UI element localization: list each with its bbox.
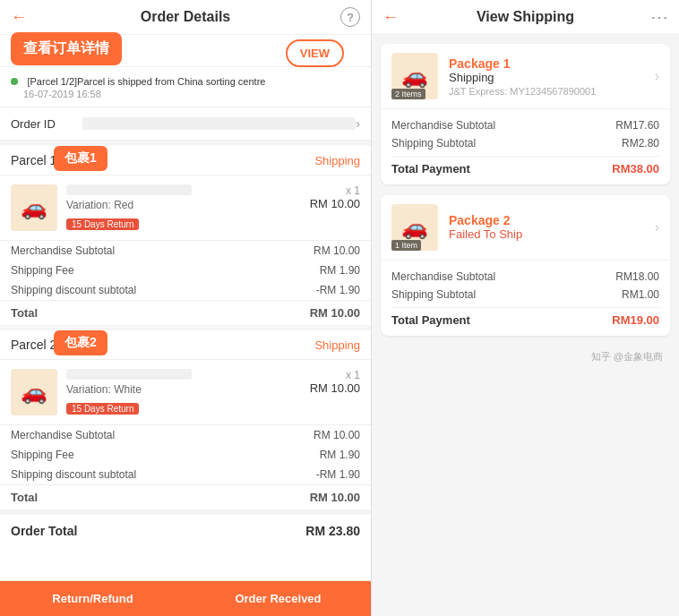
parcel-2-item-qty: x 1 — [346, 369, 360, 381]
order-id-label: Order ID — [11, 117, 82, 131]
package-1-merch-subtotal: Merchandise Subtotal RM17.60 — [391, 116, 659, 134]
parcel-1-shipping-discount-label: Shipping discount subtotal — [11, 284, 136, 296]
left-panel: ← Order Details ? 查看订单详情 VIEW → 🚚 Shippi… — [0, 0, 372, 616]
package-2-shipping-subtotal-value: RM1.00 — [622, 288, 659, 301]
parcel-2-shipping-fee-row: Shipping Fee RM 1.90 — [0, 445, 371, 465]
parcel-2-shipping-fee-label: Shipping Fee — [11, 449, 74, 461]
parcel-1-header: Parcel 1 包裹1 Shipping — [0, 141, 371, 175]
parcel-1-merch-subtotal-row: Merchandise Subtotal RM 10.00 — [0, 241, 371, 261]
parcel-2-item-variation: Variation: White — [66, 383, 310, 396]
package-1-name: Package 1 — [449, 56, 655, 71]
parcel-1-item-image: 🚗 — [11, 184, 57, 231]
package-2-header[interactable]: 🚗 1 Item Package 2 Failed To Ship › — [381, 195, 670, 261]
package-1-tracking: J&T Express: MY1234567890001 — [449, 86, 655, 97]
parcel-1-item-name — [66, 184, 192, 195]
arrow-icon: → — [367, 47, 372, 70]
order-total-row: Order Total RM 23.80 — [0, 509, 371, 547]
parcel-2-header: Parcel 2 包裹2 Shipping — [0, 325, 371, 360]
parcel-1-merch-subtotal-value: RM 10.00 — [314, 244, 360, 257]
parcel-2-shipping-discount-value: -RM 1.90 — [316, 468, 360, 481]
parcel-1-return-tag: 15 Days Return — [66, 218, 139, 230]
parcel-1-shipping-fee-value: RM 1.90 — [320, 264, 360, 277]
parcel-2-status: Shipping — [314, 338, 360, 352]
package-2-shipping-subtotal: Shipping Subtotal RM1.00 — [391, 286, 659, 304]
parcel-2-total-row: Total RM 10.00 — [0, 484, 371, 509]
view-shipping-button[interactable]: VIEW — [286, 39, 344, 67]
right-header-title: View Shipping — [477, 9, 574, 25]
package-2-total: Total Payment RM19.00 — [391, 307, 659, 329]
return-refund-button[interactable]: Return/Refund — [0, 581, 185, 616]
left-help-button[interactable]: ? — [340, 7, 360, 27]
right-back-button[interactable]: ← — [382, 8, 399, 27]
right-scroll-area[interactable]: 🚗 2 Items Package 1 Shipping J&T Express… — [372, 35, 679, 616]
order-id-value — [82, 117, 356, 130]
package-1-shipping-subtotal: Shipping Subtotal RM2.80 — [391, 134, 659, 152]
package-1-status: Shipping — [449, 71, 655, 84]
order-total-value: RM 23.80 — [305, 524, 360, 538]
parcel-1-section: Parcel 1 包裹1 Shipping 🚗 Variation: Red 1… — [0, 141, 371, 325]
package-2-name: Package 2 — [449, 213, 655, 227]
parcel-2-item-right: x 1 RM 10.00 — [310, 369, 360, 395]
tracking-info: [Parcel 1/2]Parcel is shipped from China… — [0, 67, 371, 107]
parcel-1-label: Parcel 1 — [11, 153, 56, 167]
package-1-total: Total Payment RM38.00 — [391, 156, 659, 177]
parcel-1-shipping-fee-label: Shipping Fee — [11, 264, 74, 277]
parcel-2-merch-subtotal-value: RM 10.00 — [314, 429, 360, 441]
parcel-2-shipping-fee-value: RM 1.90 — [320, 449, 360, 461]
parcel-2-callout: 包裹2 — [54, 330, 107, 355]
watermark: 知乎 @金象电商 — [381, 346, 670, 367]
parcel-1-shipping-discount-value: -RM 1.90 — [316, 284, 360, 296]
package-1-merch-subtotal-value: RM17.60 — [615, 119, 659, 132]
package-2-merch-subtotal: Merchandise Subtotal RM18.00 — [391, 268, 659, 286]
parcel-1-total-label: Total — [11, 306, 38, 320]
parcel-2-section: Parcel 2 包裹2 Shipping 🚗 Variation: White… — [0, 325, 371, 509]
right-menu-button[interactable]: ⋯ — [650, 6, 668, 28]
package-1-shipping-subtotal-label: Shipping Subtotal — [391, 137, 476, 150]
package-1-image-wrap: 🚗 2 Items — [391, 53, 438, 99]
package-1-items-badge: 2 Items — [391, 89, 425, 99]
package-1-info: Package 1 Shipping J&T Express: MY123456… — [449, 56, 655, 97]
parcel-1-callout: 包裹1 — [54, 146, 107, 171]
package-1-chevron-icon: › — [655, 68, 659, 84]
parcel-2-shipping-discount-row: Shipping discount subtotal -RM 1.90 — [0, 465, 371, 484]
package-1-total-value: RM38.00 — [612, 162, 659, 175]
parcel-1-item: 🚗 Variation: Red 15 Days Return x 1 RM 1… — [0, 175, 371, 241]
parcel-1-item-details: Variation: Red 15 Days Return — [66, 184, 310, 231]
left-scroll-area[interactable]: 🚚 Shipping In [Parcel 1/2]Parcel is ship… — [0, 35, 371, 580]
left-header: ← Order Details ? — [0, 0, 371, 35]
package-1-merch-subtotal-label: Merchandise Subtotal — [391, 119, 495, 132]
order-received-button[interactable]: Order Received — [185, 581, 371, 616]
parcel-2-shipping-discount-label: Shipping discount subtotal — [11, 468, 136, 481]
parcel-2-merch-subtotal-row: Merchandise Subtotal RM 10.00 — [0, 425, 371, 445]
bottom-buttons: Return/Refund Order Received — [0, 580, 371, 616]
package-2-total-value: RM19.00 — [612, 313, 659, 327]
parcel-2-merch-subtotal-label: Merchandise Subtotal — [11, 429, 115, 441]
package-1-header[interactable]: 🚗 2 Items Package 1 Shipping J&T Express… — [381, 44, 670, 109]
order-details-callout: 查看订单详情 — [11, 32, 122, 65]
tracking-text: [Parcel 1/2]Parcel is shipped from China… — [27, 76, 265, 87]
order-total-label: Order Total — [11, 524, 77, 538]
left-header-title: Order Details — [141, 9, 230, 25]
parcel-1-shipping-fee-row: Shipping Fee RM 1.90 — [0, 261, 371, 280]
package-1-card: 🚗 2 Items Package 1 Shipping J&T Express… — [381, 44, 670, 184]
parcel-2-label: Parcel 2 — [11, 338, 56, 352]
parcel-1-total-value: RM 10.00 — [310, 306, 360, 320]
order-id-row: Order ID › — [0, 107, 371, 141]
package-2-chevron-icon: › — [655, 219, 659, 235]
parcel-2-item-name — [66, 369, 192, 380]
package-1-shipping-subtotal-value: RM2.80 — [622, 137, 659, 150]
right-header: ← View Shipping ⋯ — [372, 0, 679, 35]
right-panel: ← View Shipping ⋯ 🚗 2 Items Package 1 Sh… — [372, 0, 679, 616]
left-back-button[interactable]: ← — [11, 8, 27, 27]
package-2-fees: Merchandise Subtotal RM18.00 Shipping Su… — [381, 261, 670, 336]
package-2-merch-subtotal-value: RM18.00 — [615, 270, 659, 283]
order-id-chevron-icon: › — [356, 116, 360, 131]
package-2-info: Package 2 Failed To Ship — [449, 213, 655, 243]
parcel-2-item-image: 🚗 — [11, 369, 57, 415]
parcel-2-item-price: RM 10.00 — [310, 381, 360, 395]
package-1-total-label: Total Payment — [391, 162, 470, 175]
parcel-1-item-qty: x 1 — [346, 184, 360, 197]
parcel-2-total-value: RM 10.00 — [310, 491, 360, 504]
package-2-total-label: Total Payment — [391, 313, 470, 327]
parcel-2-item: 🚗 Variation: White 15 Days Return x 1 RM… — [0, 360, 371, 425]
